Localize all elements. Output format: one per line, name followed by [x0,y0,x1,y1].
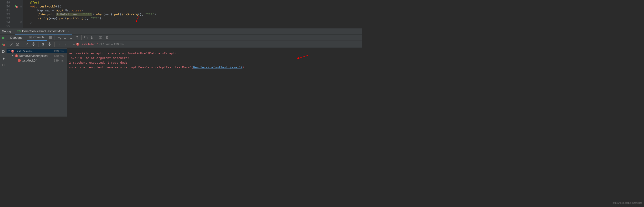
rerun-failed-button[interactable]: ! [2,42,5,47]
console-output[interactable]: org.mockito.exceptions.misusing.InvalidU… [67,48,362,116]
debug-toolwindow-titlebar: Debug: ⦿⟩ DemoServiceImplTest.testMock0 … [0,28,362,34]
debug-session-tab[interactable]: ⦿⟩ DemoServiceImplTest.testMock0 × [15,28,72,34]
force-step-into-button[interactable] [68,35,74,40]
tree-label: testMock0() [22,59,38,62]
results-area: ▼ ! Test Results 139 ms ▼ ! DemoServiceI… [6,48,362,116]
trace-current-stream-chain-button[interactable] [104,35,109,40]
svg-rect-20 [4,64,4,66]
pause-button[interactable] [2,64,5,67]
code-text-area[interactable]: @Test void testMock0(){ Map map = mock(M… [23,0,362,28]
svg-marker-30 [70,38,72,39]
toggle-auto-test-button[interactable] [2,50,5,54]
svg-rect-34 [85,37,87,39]
keyword-class: class [72,8,81,12]
svg-marker-26 [60,38,61,39]
svg-marker-61 [49,43,50,44]
code-text: map = [45,8,56,12]
svg-marker-33 [76,36,78,37]
code-text: (map). [103,12,114,16]
tree-time: 139 ms [54,50,66,53]
tests-total-suffix: of 1 test – 139 ms [99,42,124,46]
test-tree[interactable]: ▼ ! Test Results 139 ms ▼ ! DemoServiceI… [6,48,67,116]
hide-ignored-button[interactable] [15,42,20,47]
console-tab[interactable]: Console [27,34,47,41]
debug-session-name: DemoServiceImplTest.testMock0 [22,29,66,33]
line-number: 55 [0,24,10,28]
console-line: 2 matchers expected, 1 recorded: [69,61,127,64]
test-tree-class[interactable]: ▼ ! DemoServiceImplTest 139 ms [6,54,67,58]
svg-marker-4 [135,20,138,22]
tests-failed-count: Tests failed: 1 [80,42,99,46]
code-editor[interactable]: 49 50 51 52 53 54 55 ! ⊟ ⊟ @Test void te… [0,0,362,28]
step-over-button[interactable] [56,35,62,40]
fold-end-icon[interactable]: ⊟ [19,20,23,24]
resume-button[interactable] [2,57,5,61]
hide-passed-button[interactable] [8,42,14,47]
fn-call: verify [38,16,48,20]
source-link[interactable]: DemoServiceImplTest.java:52 [193,66,242,69]
code-text: (Map. [63,8,72,12]
code-text: (map). [48,16,60,20]
annotation-arrow-icon [297,55,309,61]
line-number-gutter: 49 50 51 52 53 54 55 [0,0,13,28]
svg-line-11 [4,39,4,40]
next-failed-button[interactable]: ↓ [63,42,68,47]
fn-call: mock [56,8,63,12]
string-literal: "222" [90,16,100,20]
gutter-icon-column: ! [13,0,19,28]
svg-marker-62 [49,45,50,46]
test-tree-root[interactable]: ▼ ! Test Results 139 ms [6,49,67,54]
debug-inner-tabbar: Debugger Console [6,34,362,41]
svg-marker-72 [297,57,300,59]
fn-call: anyString [122,12,138,16]
console-line: ) [242,66,244,69]
test-results-toolbar: ↓ª ↑ ↓ » ! Tests failed: 1 of 1 test – 1… [6,41,362,48]
tree-time: 139 ms [54,59,66,62]
threads-tab-icon[interactable] [48,35,53,40]
debugger-tab[interactable]: Debugger [8,34,26,41]
code-text: ); [81,8,85,12]
console-line: org.mockito.exceptions.misusing.InvalidU… [69,52,182,55]
type-name: Map [38,8,43,12]
string-literal: "222" [145,12,154,16]
collapse-all-button[interactable] [40,42,46,47]
svg-line-10 [2,39,2,40]
run-failed-gutter-icon[interactable]: ! [13,4,19,8]
debug-title-label: Debug: [2,30,12,33]
svg-rect-19 [2,64,3,66]
fold-column: ⊟ ⊟ [19,0,23,28]
line-number: 51 [0,8,10,12]
run-to-cursor-button[interactable] [89,35,94,40]
annotation: @Test [30,1,39,4]
svg-line-51 [16,43,18,45]
drop-frame-button[interactable] [83,35,88,40]
tree-label: Test Results [15,50,32,53]
step-out-button[interactable] [74,35,80,40]
svg-marker-18 [3,57,5,60]
step-into-button[interactable] [62,35,68,40]
previous-failed-button[interactable]: ↑ [57,42,62,47]
svg-text:!: ! [4,44,4,46]
expanded-icon: ▼ [8,50,10,52]
code-text: ); [154,12,158,16]
fn-call: put [114,12,120,16]
collapse-all-button-2[interactable] [47,42,52,47]
svg-text:!: ! [19,59,20,62]
fn-call: when [96,12,103,16]
close-brace: } [30,20,32,24]
test-summary: » ! Tests failed: 1 of 1 test – 139 ms [73,42,124,46]
close-tab-icon[interactable]: × [68,29,70,33]
fold-marker-icon[interactable]: ⊟ [19,4,23,8]
line-number: 49 [0,0,10,4]
evaluate-expression-button[interactable] [98,35,103,40]
code-text: ). [92,12,96,16]
sort-button[interactable]: ↓ª [24,42,30,47]
test-tree-method[interactable]: ! testMock0() 139 ms [6,58,67,63]
line-number: 52 [0,12,10,16]
expand-all-button[interactable] [31,42,36,47]
line-number: 53 [0,16,10,20]
code-text: ); [100,16,103,20]
rerun-debug-button[interactable] [2,36,5,40]
svg-text:!: ! [16,6,17,8]
fn-call: put [60,16,65,20]
